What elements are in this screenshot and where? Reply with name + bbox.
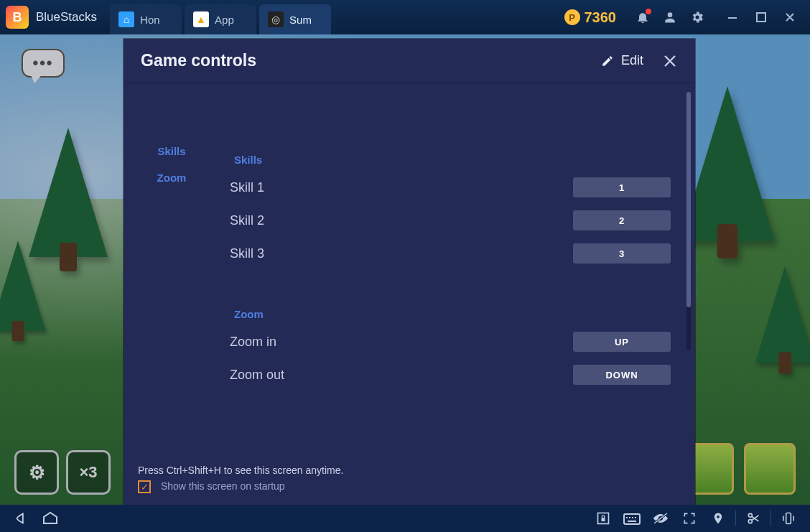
- tab-label: Sum: [289, 14, 312, 26]
- key-binding[interactable]: 2: [573, 210, 671, 230]
- control-label: Skill 3: [230, 246, 573, 261]
- title-bar: B BlueStacks ⌂ Hon ▲ App ◎ Sum P 7360: [0, 0, 810, 34]
- svg-rect-4: [624, 514, 640, 524]
- maximize-button[interactable]: [747, 6, 776, 28]
- fullscreen-icon[interactable]: [675, 505, 704, 532]
- home-icon: ⌂: [118, 11, 134, 27]
- key-binding[interactable]: 3: [573, 243, 671, 263]
- control-row: Skill 3 3: [230, 243, 671, 263]
- svg-rect-14: [786, 513, 791, 524]
- tab-strip: ⌂ Hon ▲ App ◎ Sum: [110, 0, 334, 34]
- control-label: Skill 2: [230, 213, 573, 228]
- startup-option[interactable]: ✓ Show this screen on startup: [138, 480, 681, 493]
- back-button[interactable]: [7, 505, 36, 532]
- divider: [771, 510, 771, 526]
- controls-panel: Skills Skill 1 1 Skill 2 2 Skill 3 3 Zoo…: [220, 83, 695, 457]
- scrollbar-track[interactable]: [686, 92, 691, 350]
- game-icon: ◎: [268, 11, 284, 27]
- svg-rect-9: [628, 521, 636, 522]
- svg-rect-5: [626, 517, 628, 518]
- modal-title: Game controls: [141, 51, 256, 70]
- notifications-icon[interactable]: [632, 6, 653, 28]
- svg-rect-6: [629, 517, 630, 518]
- svg-rect-8: [635, 517, 636, 518]
- tab-game[interactable]: ◎ Sum: [259, 4, 331, 34]
- modal-footer: Press Ctrl+Shift+H to see this screen an…: [124, 457, 695, 505]
- nav-item-zoom[interactable]: Zoom: [124, 164, 220, 191]
- section-heading-zoom: Zoom: [234, 308, 671, 320]
- svg-rect-3: [602, 518, 605, 521]
- coin-icon: P: [564, 9, 580, 25]
- key-binding[interactable]: 1: [573, 177, 671, 197]
- edit-label: Edit: [621, 53, 643, 68]
- account-icon[interactable]: [659, 6, 681, 28]
- pencil-icon: [601, 55, 614, 67]
- modal-header: Game controls Edit: [124, 39, 695, 83]
- svg-rect-7: [632, 517, 633, 518]
- store-icon: ▲: [193, 11, 209, 27]
- shake-icon[interactable]: [774, 505, 803, 532]
- app-name: BlueStacks: [36, 10, 97, 24]
- visibility-off-icon[interactable]: [646, 505, 675, 532]
- key-binding[interactable]: DOWN: [573, 365, 671, 385]
- tab-label: App: [215, 14, 234, 26]
- game-viewport: ••• ⚙ ×3 Game controls Edit Skills: [0, 34, 810, 505]
- tab-app-center[interactable]: ▲ App: [185, 4, 256, 34]
- modal-side-nav: Skills Zoom: [124, 83, 220, 457]
- scrollbar-thumb[interactable]: [686, 92, 691, 307]
- tab-label: Hon: [140, 14, 160, 26]
- window-controls: [718, 6, 804, 28]
- scissors-icon[interactable]: [739, 505, 768, 532]
- close-window-button[interactable]: [776, 6, 804, 28]
- control-row: Skill 2 2: [230, 210, 671, 230]
- keyboard-icon[interactable]: [618, 505, 646, 532]
- android-nav-bar: [0, 505, 810, 532]
- nav-item-skills[interactable]: Skills: [124, 138, 220, 164]
- settings-icon[interactable]: [686, 6, 708, 28]
- control-row: Skill 1 1: [230, 177, 671, 197]
- control-label: Zoom out: [230, 368, 573, 383]
- checkbox-icon[interactable]: ✓: [138, 480, 151, 493]
- modal-body: Skills Zoom Skills Skill 1 1 Skill 2 2 S…: [124, 83, 695, 457]
- key-binding[interactable]: UP: [573, 332, 671, 352]
- control-row: Zoom out DOWN: [230, 365, 671, 385]
- coin-amount: 7360: [585, 9, 617, 26]
- divider: [735, 510, 736, 526]
- svg-rect-1: [757, 13, 765, 22]
- minimize-button[interactable]: [718, 6, 747, 28]
- control-label: Skill 1: [230, 180, 573, 195]
- home-button[interactable]: [36, 505, 65, 532]
- control-label: Zoom in: [230, 335, 573, 350]
- checkbox-label: Show this screen on startup: [161, 480, 285, 492]
- bluestacks-logo: B: [6, 6, 29, 29]
- lock-cursor-icon[interactable]: [589, 505, 618, 532]
- section-heading-skills: Skills: [234, 154, 671, 166]
- svg-rect-0: [728, 17, 737, 19]
- location-icon[interactable]: [704, 505, 732, 532]
- tab-home[interactable]: ⌂ Hon: [110, 4, 182, 34]
- edit-controls-button[interactable]: Edit: [601, 53, 643, 68]
- game-controls-modal: Game controls Edit Skills Zoom Skills Sk…: [124, 39, 695, 505]
- coin-balance[interactable]: P 7360: [564, 9, 617, 26]
- footer-hint: Press Ctrl+Shift+H to see this screen an…: [138, 465, 681, 476]
- close-modal-button[interactable]: [662, 53, 678, 69]
- control-row: Zoom in UP: [230, 332, 671, 352]
